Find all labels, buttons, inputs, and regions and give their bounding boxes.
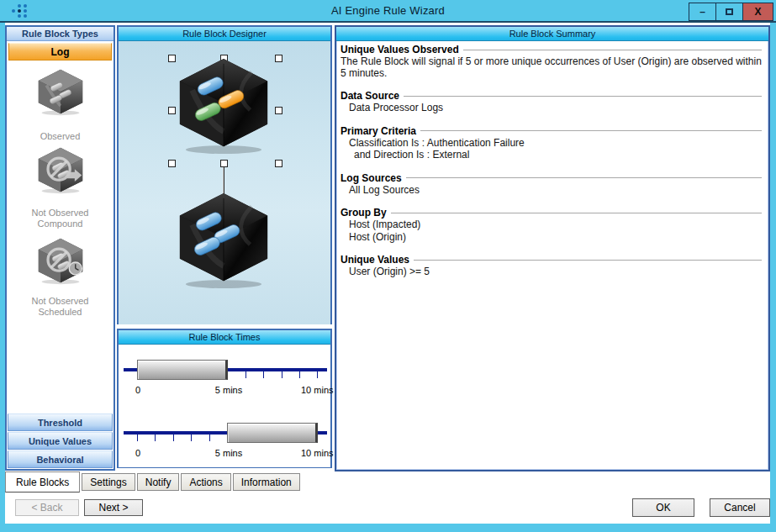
- summary-line: Host (Origin): [340, 232, 763, 244]
- summary-line: Classification Is : Authentication Failu…: [340, 138, 763, 150]
- slider-thumb[interactable]: [227, 423, 318, 443]
- summary-line: The Rule Block will signal if 5 or more …: [340, 56, 763, 79]
- summary-line: All Log Sources: [340, 185, 763, 197]
- time-range-slider-2[interactable]: 0 5 mins 10 mins: [124, 418, 327, 465]
- rule-block-designer-panel: Rule Block Designer: [117, 25, 332, 324]
- summary-line: Host (Impacted): [340, 219, 763, 231]
- rule-block-times-header: Rule Block Times: [119, 330, 330, 345]
- type-item-not-observed-compound[interactable]: Not Observed Compound: [7, 146, 113, 229]
- summary-section: Unique Values User (Origin) >= 5: [340, 254, 763, 278]
- tick-mark: [299, 371, 300, 378]
- slider-label: 10 mins: [301, 448, 334, 458]
- summary-line: Data Processor Logs: [340, 103, 763, 114]
- slider-label: 5 mins: [215, 448, 242, 458]
- selection-handle[interactable]: [275, 55, 282, 62]
- next-button[interactable]: Next >: [84, 499, 143, 516]
- slider-label: 5 mins: [215, 385, 242, 395]
- summary-section: Group By Host (Impacted) Host (Origin): [340, 207, 763, 243]
- app-logo-icon: [12, 4, 29, 18]
- type-label: Not Observed Compound: [14, 208, 107, 229]
- slider-label: 0: [135, 385, 140, 395]
- summary-section: Log Sources All Log Sources: [340, 172, 763, 197]
- tick-mark: [317, 371, 318, 378]
- close-button[interactable]: X: [742, 3, 773, 21]
- maximize-icon: [726, 8, 733, 15]
- rule-block-summary-panel: Rule Block Summary Unique Values Observe…: [335, 25, 770, 471]
- summary-section: Primary Criteria Classification Is : Aut…: [340, 125, 763, 161]
- selection-handle[interactable]: [220, 160, 228, 167]
- rule-block-cube-primary[interactable]: [173, 57, 274, 155]
- titlebar[interactable]: AI Engine Rule Wizard – X: [0, 0, 776, 23]
- summary-body: Unique Values Observed The Rule Block wi…: [336, 41, 768, 278]
- type-item-not-observed-scheduled[interactable]: Not Observed Scheduled: [7, 237, 113, 318]
- rule-block-types-panel: Rule Block Types Log: [5, 25, 115, 471]
- log-type-button[interactable]: Log: [8, 43, 112, 61]
- category-buttons: Threshold Unique Values Behavioral: [7, 413, 113, 469]
- observed-cube-icon: [34, 68, 87, 120]
- selection-handle[interactable]: [275, 160, 282, 167]
- rule-block-types-header: Rule Block Types: [7, 27, 113, 41]
- tab-settings[interactable]: Settings: [82, 473, 135, 491]
- time-range-slider-1[interactable]: 0 5 mins 10 mins: [124, 355, 327, 402]
- tick-mark: [137, 435, 138, 441]
- section-heading: Log Sources: [340, 172, 763, 184]
- type-label: Not Observed Scheduled: [14, 296, 107, 318]
- tab-information[interactable]: Information: [233, 473, 300, 491]
- threshold-button[interactable]: Threshold: [8, 413, 113, 431]
- tab-notify[interactable]: Notify: [137, 473, 180, 491]
- section-heading: Unique Values: [340, 254, 763, 266]
- designer-canvas[interactable]: [119, 41, 330, 324]
- summary-line: User (Origin) >= 5: [340, 266, 763, 278]
- type-item-observed[interactable]: Observed: [7, 68, 113, 142]
- minimize-icon: –: [699, 6, 705, 18]
- not-observed-compound-cube-icon: [34, 146, 87, 198]
- tick-mark: [263, 371, 264, 378]
- slider-label: 10 mins: [301, 385, 334, 395]
- cancel-button[interactable]: Cancel: [710, 498, 770, 517]
- tab-rule-blocks[interactable]: Rule Blocks: [5, 471, 80, 492]
- behavioral-button[interactable]: Behavioral: [8, 450, 113, 468]
- slider-thumb[interactable]: [137, 360, 228, 380]
- window-title: AI Engine Rule Wizard: [0, 4, 776, 17]
- type-label: Observed: [14, 131, 107, 142]
- summary-section: Unique Values Observed The Rule Block wi…: [340, 44, 763, 79]
- tick-mark: [173, 435, 174, 441]
- summary-line: and Direction Is : External: [340, 150, 763, 161]
- unique-values-button[interactable]: Unique Values: [8, 432, 113, 450]
- back-button[interactable]: < Back: [15, 499, 79, 516]
- minimize-button[interactable]: –: [689, 3, 716, 21]
- section-heading: Data Source: [340, 90, 763, 102]
- window-controls: – X: [689, 3, 773, 21]
- ai-engine-rule-wizard-window: AI Engine Rule Wizard – X Rule Block Typ…: [0, 0, 776, 532]
- rule-block-cube-secondary[interactable]: [173, 192, 274, 289]
- selection-handle[interactable]: [275, 107, 282, 114]
- tab-bar: Rule Blocks Settings Notify Actions Info…: [5, 471, 302, 493]
- section-heading: Group By: [340, 207, 763, 219]
- times-body: 0 5 mins 10 mins 0 5 mins 10 mins: [119, 345, 330, 467]
- tick-mark: [155, 435, 156, 441]
- close-icon: X: [754, 6, 761, 18]
- section-heading: Unique Values Observed: [340, 44, 763, 55]
- slider-label: 0: [135, 448, 140, 458]
- summary-section: Data Source Data Processor Logs: [340, 90, 763, 114]
- not-observed-scheduled-cube-icon: [34, 237, 87, 289]
- tab-actions[interactable]: Actions: [181, 473, 230, 491]
- tick-mark: [245, 371, 246, 378]
- section-heading: Primary Criteria: [340, 125, 763, 137]
- selection-handle[interactable]: [168, 160, 176, 167]
- ok-button[interactable]: OK: [632, 498, 694, 517]
- rule-block-summary-header: Rule Block Summary: [336, 27, 768, 41]
- rule-block-designer-header: Rule Block Designer: [119, 27, 330, 41]
- rule-block-times-panel: Rule Block Times 0 5 mins 10 mins 0 5 mi…: [117, 329, 332, 468]
- maximize-button[interactable]: [715, 3, 743, 21]
- tick-mark: [209, 435, 210, 441]
- tick-mark: [191, 435, 192, 441]
- wizard-content: Rule Block Types Log: [5, 23, 770, 524]
- tick-mark: [282, 371, 282, 378]
